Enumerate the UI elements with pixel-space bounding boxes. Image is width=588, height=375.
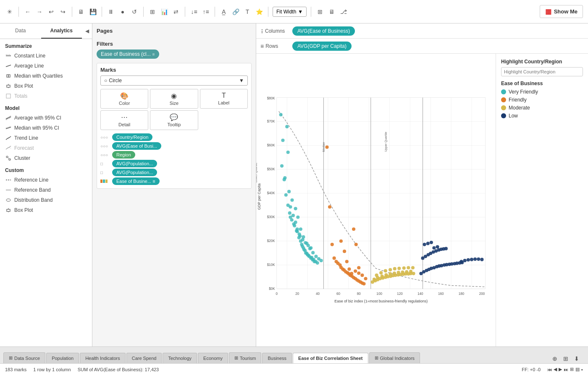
- svg-text:0: 0: [276, 292, 278, 296]
- legend-dot-friendly: [501, 97, 506, 102]
- item-trend-line[interactable]: Trend Line: [0, 133, 92, 143]
- pin-icon[interactable]: ⭐: [255, 7, 264, 16]
- item-constant-line[interactable]: Constant Line: [0, 51, 92, 61]
- svg-point-183: [388, 272, 392, 276]
- compact-view-icon[interactable]: ▪: [581, 367, 583, 372]
- tab-health-indicators-label: Health Indicators: [85, 356, 120, 361]
- tab-business-label: Business: [268, 356, 286, 361]
- svg-point-99: [307, 254, 310, 257]
- undo-icon[interactable]: ↩: [47, 7, 56, 16]
- color-icon: 🎨: [120, 92, 129, 100]
- tab-down-icon[interactable]: ⬇: [572, 354, 581, 363]
- monitor-icon[interactable]: 🖥: [76, 7, 86, 16]
- tab-analytics[interactable]: Analytics: [41, 23, 82, 39]
- monitor2-icon[interactable]: 🖥: [327, 7, 336, 16]
- tab-grid-icon[interactable]: ⊞: [561, 354, 570, 363]
- avg-95ci-label: Average with 95% CI: [14, 115, 61, 121]
- play-icon[interactable]: ●: [118, 7, 127, 16]
- svg-point-73: [286, 151, 290, 154]
- svg-text:Upper Quartile: Upper Quartile: [384, 132, 388, 152]
- text-icon[interactable]: T: [243, 7, 252, 16]
- tab-ease-biz[interactable]: Ease of Biz Correlation Sheet: [293, 353, 368, 363]
- color-button[interactable]: 🎨 Color: [100, 89, 148, 109]
- show-me-button[interactable]: ▦ Show Me: [540, 5, 583, 18]
- tab-population[interactable]: Population: [46, 353, 79, 363]
- item-median-quartiles[interactable]: Median with Quartiles: [0, 71, 92, 81]
- highlight-icon[interactable]: A̲: [219, 7, 228, 16]
- field-ease-color[interactable]: Ease of Busine... ≡: [112, 177, 160, 185]
- item-reference-line[interactable]: Reference Line: [0, 175, 92, 185]
- tab-tourism-label: Tourism: [240, 356, 256, 361]
- grid-view-icon[interactable]: ⊞: [570, 367, 574, 372]
- legend-label-very-friendly: Very Friendly: [509, 89, 538, 95]
- item-median-95ci[interactable]: Median with 95% CI: [0, 123, 92, 133]
- tab-add-icon[interactable]: ⊕: [550, 354, 559, 363]
- item-box-plot-sum[interactable]: Box Plot: [0, 81, 92, 91]
- field-region[interactable]: Region: [112, 151, 135, 159]
- tooltip-button[interactable]: 💬 Tooltip: [150, 110, 198, 130]
- detail-icon: ⋯: [121, 113, 128, 121]
- swap-icon[interactable]: ⇄: [171, 7, 181, 16]
- marks-type-selector[interactable]: ○ Circle ▼: [100, 76, 248, 86]
- tab-care-spend[interactable]: Care Spend: [126, 353, 162, 363]
- size-button[interactable]: ◉ Size: [150, 89, 198, 109]
- last-page-icon[interactable]: ⏭: [564, 367, 568, 372]
- marks-label: Marks: [100, 67, 248, 73]
- field-avg-pop2[interactable]: AVG(Population...: [112, 169, 157, 176]
- svg-point-196: [407, 266, 410, 269]
- marks-fields: ○○○ Country/Region ○○○ AVG(Ease of Busi.…: [100, 133, 248, 185]
- filter-pill-ease[interactable]: Ease of Business (cl... ≡: [97, 49, 159, 59]
- item-avg-95ci[interactable]: Average with 95% CI: [0, 113, 92, 123]
- label-button[interactable]: T Label: [200, 89, 248, 109]
- item-cluster[interactable]: Cluster: [0, 153, 92, 163]
- svg-point-74: [281, 138, 284, 142]
- item-reference-band[interactable]: Reference Band: [0, 185, 92, 195]
- reference-band-icon: [5, 187, 12, 193]
- item-average-line[interactable]: Average Line: [0, 61, 92, 71]
- tab-data[interactable]: Data: [0, 23, 41, 39]
- rows-pill[interactable]: AVG(GDP per Capita): [292, 42, 352, 51]
- view-icon[interactable]: ⊞: [315, 7, 325, 16]
- svg-point-159: [352, 227, 355, 231]
- redo-icon[interactable]: ↪: [58, 7, 68, 16]
- tab-data-source[interactable]: ⊞ Data Source: [3, 352, 45, 363]
- tab-business[interactable]: Business: [262, 353, 292, 363]
- fit-width-button[interactable]: Fit Width ▼: [273, 7, 307, 17]
- tab-controls: ⊕ ⊞ ⬇: [547, 354, 585, 363]
- field-avg-ease[interactable]: AVG(Ease of Busi...: [112, 142, 161, 150]
- label-label: Label: [218, 100, 229, 105]
- legend-search-input[interactable]: [501, 67, 583, 76]
- forward-icon[interactable]: →: [35, 7, 44, 16]
- pause-icon[interactable]: ⏸: [106, 7, 116, 16]
- item-box-plot-custom[interactable]: Box Plot: [0, 205, 92, 215]
- tab-tourism[interactable]: ⊞ Tourism: [229, 352, 262, 363]
- tab-global-indicators[interactable]: ⊞ Global Indicators: [369, 352, 420, 363]
- prev-page-icon[interactable]: ◀: [554, 367, 557, 372]
- tab-economy[interactable]: Economy: [198, 353, 228, 363]
- field-avg-pop1[interactable]: AVG(Population...: [112, 160, 157, 167]
- tab-health-indicators[interactable]: Health Indicators: [80, 353, 126, 363]
- share-icon[interactable]: ⎇: [339, 7, 348, 16]
- back-icon[interactable]: ←: [23, 7, 32, 16]
- tab-technology[interactable]: Technology: [163, 353, 197, 363]
- save-icon[interactable]: 💾: [88, 7, 97, 16]
- legend-dot-low: [501, 113, 506, 118]
- refresh-icon[interactable]: ↺: [130, 7, 139, 16]
- item-distribution-band[interactable]: Distribution Band: [0, 195, 92, 205]
- first-page-icon[interactable]: ⏮: [547, 367, 552, 372]
- chart-icon[interactable]: 📊: [160, 7, 169, 16]
- logo-icon: ✳: [5, 7, 14, 16]
- field-country-region[interactable]: Country/Region: [112, 133, 152, 141]
- list-view-icon[interactable]: ▤: [575, 367, 580, 372]
- columns-pill[interactable]: AVG(Ease of Business): [292, 26, 355, 36]
- forecast-icon: [5, 145, 12, 151]
- svg-point-126: [307, 244, 310, 247]
- sort-asc-icon[interactable]: ↑≡: [201, 7, 210, 16]
- custom-section-title: Custom: [0, 163, 92, 175]
- data-grid-icon[interactable]: ⊞: [148, 7, 157, 16]
- panel-collapse-icon[interactable]: ◀: [82, 23, 92, 39]
- detail-button[interactable]: ⋯ Detail: [100, 110, 148, 130]
- link-icon[interactable]: 🔗: [231, 7, 240, 16]
- next-page-icon[interactable]: ▶: [559, 367, 562, 372]
- sort-desc-icon[interactable]: ↓≡: [189, 7, 199, 16]
